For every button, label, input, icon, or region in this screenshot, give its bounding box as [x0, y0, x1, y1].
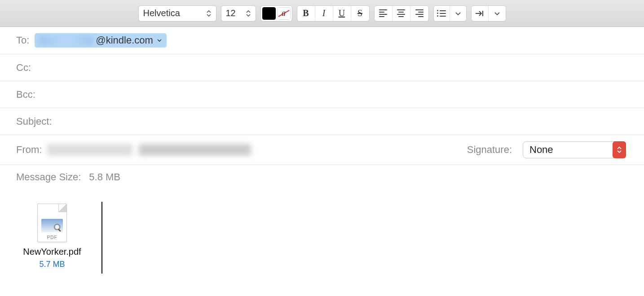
subject-input[interactable]: [57, 116, 644, 127]
text-color-swatch[interactable]: [262, 7, 276, 20]
font-size-value: 12: [226, 8, 236, 18]
bullet-list-icon: [437, 10, 446, 17]
align-center-button[interactable]: [393, 6, 410, 21]
redacted-text: [47, 144, 132, 156]
align-left-icon: [379, 9, 387, 17]
cc-label: Cc:: [16, 62, 31, 74]
align-center-icon: [397, 9, 405, 17]
subject-label: Subject:: [16, 116, 52, 127]
file-extension-label: PDF: [47, 235, 57, 240]
to-recipient-domain: @kindle.com: [96, 35, 153, 46]
strikethrough-button[interactable]: S: [351, 6, 369, 21]
highlight-color-swatch[interactable]: a: [277, 7, 291, 20]
signature-label: Signature:: [467, 144, 512, 156]
font-family-select[interactable]: Helvetica: [138, 5, 216, 22]
list-group: [433, 5, 467, 22]
subject-row[interactable]: Subject:: [0, 108, 644, 135]
chevron-down-icon: [494, 11, 500, 16]
bcc-input[interactable]: [41, 89, 644, 100]
message-size-row: Message Size: 5.8 MB: [0, 165, 644, 195]
stepper-icon: [246, 10, 251, 17]
attachment-filename: NewYorker.pdf: [23, 247, 81, 257]
font-family-value: Helvetica: [143, 8, 180, 18]
indent-button[interactable]: [472, 6, 489, 21]
stepper-icon: [206, 10, 212, 17]
magnifier-icon: [53, 223, 63, 233]
chevron-down-icon: [157, 38, 162, 43]
align-left-button[interactable]: [375, 6, 393, 21]
stepper-icon: [613, 141, 626, 158]
underline-button[interactable]: U: [333, 6, 351, 21]
indent-icon: [475, 10, 485, 17]
attachment-filesize: 5.7 MB: [39, 260, 65, 269]
indent-menu-button[interactable]: [489, 6, 506, 21]
redacted-text: [39, 35, 93, 45]
bcc-label: Bcc:: [16, 89, 35, 100]
italic-button[interactable]: I: [315, 6, 333, 21]
text-style-group: B I U S: [297, 5, 370, 22]
message-body[interactable]: PDF NewYorker.pdf 5.7 MB: [0, 195, 644, 274]
signature-wrap: Signature: None: [467, 141, 644, 158]
svg-point-1: [55, 225, 59, 229]
to-row[interactable]: To: @kindle.com: [0, 27, 644, 54]
text-color-group: a: [260, 5, 292, 22]
to-label: To:: [16, 35, 29, 46]
page-fold-icon: [58, 204, 66, 212]
list-style-button[interactable]: [434, 6, 450, 21]
from-label: From:: [16, 144, 42, 156]
font-size-select[interactable]: 12: [221, 5, 256, 22]
bcc-row[interactable]: Bcc:: [0, 81, 644, 108]
signature-value: None: [529, 144, 553, 156]
chevron-down-icon: [455, 11, 461, 16]
align-right-button[interactable]: [410, 6, 428, 21]
indent-group: [471, 5, 506, 22]
text-cursor: [101, 202, 102, 274]
align-right-icon: [415, 9, 423, 17]
message-size-value: 5.8 MB: [89, 171, 120, 183]
attachment[interactable]: PDF NewYorker.pdf 5.7 MB: [16, 204, 88, 269]
signature-select[interactable]: None: [523, 141, 626, 158]
cc-input[interactable]: [36, 62, 644, 74]
cc-row[interactable]: Cc:: [0, 54, 644, 81]
bold-button[interactable]: B: [297, 6, 315, 21]
message-size-label: Message Size:: [16, 171, 81, 183]
list-style-menu-button[interactable]: [450, 6, 466, 21]
format-toolbar: Helvetica 12 a B I U S: [0, 0, 644, 27]
redacted-text: [139, 144, 251, 156]
pdf-file-icon: PDF: [37, 204, 67, 242]
compose-header: To: @kindle.com Cc: Bcc: Subject: From: …: [0, 27, 644, 195]
from-row: From: Signature: None: [0, 135, 644, 165]
to-recipient-pill[interactable]: @kindle.com: [35, 33, 167, 48]
alignment-group: [374, 5, 429, 22]
